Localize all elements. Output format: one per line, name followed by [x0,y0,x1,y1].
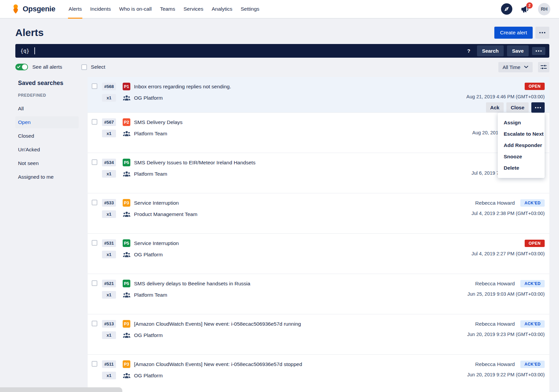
alert-title: SMS delivery delays to Beeline handsets … [134,281,250,287]
alert-team: OG Platform [134,95,163,101]
alert-id-badge: #534 [102,159,116,166]
alert-owner: Rebecca Howard [475,361,515,367]
nav-item-who-is-on-call[interactable]: Who is on-call [119,0,152,18]
alert-count-badge: x1 [102,170,116,178]
priority-badge: P3 [123,199,130,207]
alert-checkbox[interactable] [92,159,97,165]
alert-id-badge: #568 [102,83,116,90]
time-filter-value: All Time [503,64,520,70]
priority-badge: P5 [123,280,130,287]
nav-item-services[interactable]: Services [184,0,203,18]
alert-timestamp: Jul 4, 2019 2:27 PM (GMT+03:00) [471,251,545,258]
alert-checkbox[interactable] [92,83,97,89]
search-input[interactable] [35,44,467,58]
saved-searches-sidebar: Saved searches PREDEFINED All Open Close… [15,77,79,185]
see-all-alerts-toggle[interactable] [15,64,28,70]
alert-search-bar: {q} ? Search Save [15,44,549,58]
alert-count-badge: x1 [102,372,116,379]
sidebar-item-open[interactable]: Open [15,116,79,128]
alert-id-badge: #521 [102,280,116,287]
menu-item-snooze[interactable]: Snooze [498,151,545,162]
close-button[interactable]: Close [506,102,529,113]
alert-title: Service Interruption [134,240,179,246]
alert-list: #568 P1 Inbox errors regarding replies n… [88,77,549,392]
status-badge: ACK'ED [520,320,545,328]
alert-row[interactable]: #533 P3 Service Interruption x1 Prod [88,193,549,234]
select-label: Select [91,64,105,70]
save-search-button[interactable]: Save [507,45,529,56]
filter-settings-button[interactable] [538,62,549,72]
alert-team: OG Platform [134,373,163,379]
status-badge: ACK'ED [520,361,545,368]
alert-team: OG Platform [134,252,163,258]
sliders-icon [540,64,547,70]
alert-count-badge: x1 [102,291,116,299]
alert-count-badge: x1 [102,331,116,339]
priority-badge: P2 [123,118,130,126]
priority-badge: P5 [123,159,130,166]
sidebar-item-all[interactable]: All [15,103,79,115]
alert-checkbox[interactable] [92,321,97,326]
nav-item-teams[interactable]: Teams [160,0,175,18]
alert-row[interactable]: #513 P3 [Amazon CloudWatch Events] New e… [88,314,549,355]
alert-checkbox[interactable] [92,280,97,286]
search-help-button[interactable]: ? [467,48,470,54]
alert-count-badge: x1 [102,210,116,218]
ack-button[interactable]: Ack [486,102,504,113]
alert-row[interactable]: #534 P5 SMS Delivery Issues to EIR/Meteo… [88,153,549,193]
menu-item-delete[interactable]: Delete [498,162,545,174]
nav-item-analytics[interactable]: Analytics [212,0,232,18]
see-all-alerts-label: See all alerts [32,64,62,70]
nav-item-incidents[interactable]: Incidents [90,0,111,18]
announcements-icon[interactable]: 2 [521,5,530,14]
alert-count-badge: x1 [102,94,116,102]
alert-context-menu: Assign Escalate to Next Add Responder Sn… [498,113,545,178]
alert-title: SMS Delivery Delays [134,119,183,125]
alert-checkbox[interactable] [92,240,97,246]
search-more-button[interactable] [532,47,545,55]
alert-title: Service Interruption [134,200,179,206]
alert-id-badge: #567 [102,118,116,126]
row-more-button[interactable] [531,102,545,113]
primary-nav: Alerts Incidents Who is on-call Teams Se… [69,0,259,18]
team-icon [123,131,130,136]
header-more-button[interactable] [535,27,549,39]
alert-checkbox[interactable] [92,119,97,125]
alert-checkbox[interactable] [92,361,97,367]
priority-badge: P3 [123,320,130,328]
avatar[interactable]: RH [538,3,550,15]
alert-row[interactable]: #531 P5 Service Interruption x1 OG P [88,234,549,274]
alert-timestamp: Jun 25, 2019 9:03 AM (GMT+03:00) [467,291,545,299]
alert-count-badge: x1 [102,130,116,137]
team-icon [123,333,130,338]
compass-icon[interactable] [501,3,512,15]
search-button[interactable]: Search [477,45,504,56]
status-badge: OPEN [525,240,545,247]
alert-timestamp: Jun 20, 2019 9:22 PM (GMT+03:00) [467,372,545,379]
menu-item-assign[interactable]: Assign [498,117,545,128]
query-syntax-icon: {q} [20,48,29,54]
notification-count-badge: 2 [526,2,533,9]
create-alert-button[interactable]: Create alert [494,27,533,39]
nav-item-alerts[interactable]: Alerts [69,0,82,18]
alert-timestamp: Jun 20, 2019 9:23 PM (GMT+03:00) [467,332,545,339]
menu-item-add-responder[interactable]: Add Responder [498,140,545,151]
opsgenie-brand[interactable]: Opsgenie [12,4,55,14]
menu-item-escalate-to-next[interactable]: Escalate to Next [498,128,545,140]
select-all-checkbox[interactable] [81,64,87,70]
sidebar-item-assigned-to-me[interactable]: Assigned to me [15,171,79,183]
alert-row[interactable]: #521 P5 SMS delivery delays to Beeline h… [88,274,549,314]
alert-row[interactable]: #567 P2 SMS Delivery Delays x1 Platf [88,113,549,153]
brand-name: Opsgenie [23,5,55,13]
alert-row[interactable]: #568 P1 Inbox errors regarding replies n… [88,77,549,113]
sidebar-item-not-seen[interactable]: Not seen [15,157,79,169]
sidebar-section-label: PREDEFINED [18,93,79,98]
sidebar-item-unacked[interactable]: Un'Acked [15,144,79,156]
team-icon [123,171,130,177]
time-filter-dropdown[interactable]: All Time [498,62,533,72]
nav-item-settings[interactable]: Settings [241,0,259,18]
sidebar-item-closed[interactable]: Closed [15,130,79,142]
alert-checkbox[interactable] [92,200,97,205]
alert-row[interactable]: #511 P3 [Amazon CloudWatch Events] New e… [88,355,549,392]
alert-team: Platform Team [134,292,167,298]
